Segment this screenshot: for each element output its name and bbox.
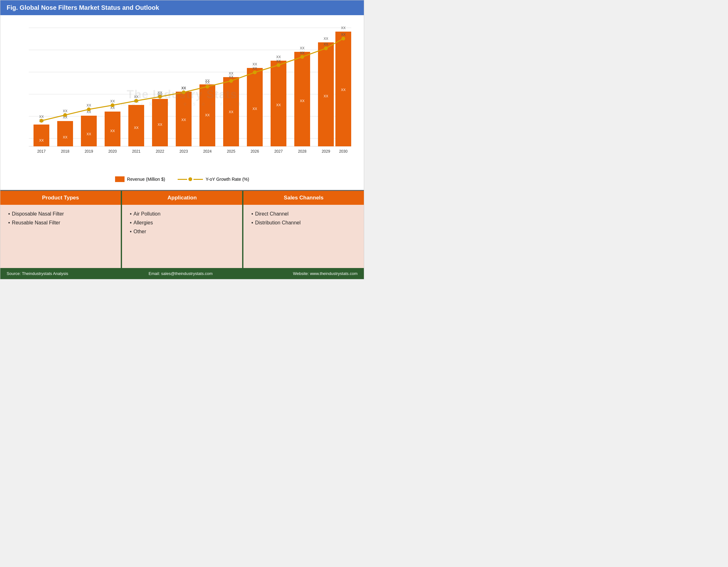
application-list: Air Pollution Allergies Other (130, 211, 235, 235)
svg-text:XX: XX (87, 103, 91, 107)
svg-text:XX: XX (158, 91, 162, 95)
line-dot-2019 (87, 107, 91, 111)
line-dot-2024 (205, 85, 209, 88)
legend-bar-rect (115, 176, 125, 182)
svg-text:2022: 2022 (156, 149, 164, 154)
legend-line-item: Y-oY Growth Rate (%) (178, 177, 249, 182)
svg-text:XX: XX (87, 132, 91, 136)
svg-text:2018: 2018 (61, 149, 70, 154)
list-item: Other (130, 229, 235, 235)
card-application: Application Air Pollution Allergies Othe… (122, 191, 242, 268)
legend-line-right (193, 179, 203, 180)
footer-email: Email: sales@theindustrystats.com (149, 271, 213, 276)
legend-line-left (178, 179, 187, 180)
svg-text:XX: XX (181, 118, 186, 122)
chart-title: Fig. Global Nose Filters Market Status a… (7, 4, 159, 11)
line-dot-2022 (158, 95, 162, 99)
line-dot-2028 (300, 55, 304, 59)
list-item: Allergies (130, 220, 235, 226)
bar-2019 (81, 116, 97, 146)
svg-text:2024: 2024 (203, 149, 212, 154)
svg-text:2019: 2019 (85, 149, 93, 154)
legend-bar-item: Revenue (Million $) (115, 176, 165, 182)
svg-text:XX: XX (205, 113, 210, 117)
svg-text:2023: 2023 (180, 149, 188, 154)
legend-line-container (178, 177, 203, 181)
chart-svg-container: The Industry Stats m a r k e t r e s e a… (10, 21, 354, 173)
svg-text:XX: XX (181, 86, 186, 90)
svg-text:XX: XX (341, 26, 346, 30)
svg-text:XX: XX (39, 115, 44, 119)
line-dot-2018 (63, 113, 67, 117)
svg-text:XX: XX (276, 55, 281, 59)
svg-text:XX: XX (300, 99, 305, 103)
card-product-types-body: Disposable Nasal Filter Reusable Nasal F… (0, 205, 121, 268)
svg-text:XX: XX (253, 62, 257, 66)
svg-text:XX: XX (276, 103, 281, 107)
svg-text:XX: XX (253, 107, 257, 111)
svg-text:2030: 2030 (339, 149, 348, 154)
svg-text:XX: XX (324, 42, 328, 46)
svg-text:XX: XX (229, 75, 234, 79)
svg-text:XX: XX (205, 81, 210, 84)
svg-text:2028: 2028 (298, 149, 307, 154)
card-sales-channels-header: Sales Channels (243, 191, 364, 205)
footer-source: Source: Theindustrystats Analysis (7, 271, 68, 276)
chart-svg: XX XX 2017 XX XX 2018 XX XX 2019 XX XX 2… (10, 21, 354, 173)
svg-text:2027: 2027 (274, 149, 283, 154)
bar-2018 (57, 121, 73, 146)
svg-text:XX: XX (253, 66, 257, 70)
list-item: Disposable Nasal Filter (8, 211, 113, 217)
list-item: Reusable Nasal Filter (8, 220, 113, 226)
line-dot-2017 (40, 119, 43, 123)
svg-text:2029: 2029 (322, 149, 330, 154)
line-dot-2030 (341, 37, 345, 40)
list-item: Distribution Channel (251, 220, 356, 226)
svg-text:XX: XX (110, 99, 115, 103)
legend-bar-label: Revenue (Million $) (127, 177, 165, 182)
card-application-header: Application (122, 191, 242, 205)
card-sales-channels: Sales Channels Direct Channel Distributi… (243, 191, 364, 268)
svg-text:XX: XX (158, 123, 162, 126)
card-product-types: Product Types Disposable Nasal Filter Re… (0, 191, 121, 268)
line-dot-2023 (182, 90, 186, 94)
svg-text:XX: XX (110, 129, 115, 133)
svg-text:XX: XX (300, 51, 305, 55)
card-application-body: Air Pollution Allergies Other (122, 205, 242, 268)
line-dot-2026 (253, 70, 257, 74)
svg-text:XX: XX (63, 135, 68, 139)
svg-text:XX: XX (300, 46, 305, 50)
svg-text:2026: 2026 (251, 149, 259, 154)
card-product-types-header: Product Types (0, 191, 121, 205)
line-dot-2021 (134, 99, 138, 103)
svg-text:2025: 2025 (227, 149, 236, 154)
svg-text:XX: XX (341, 33, 346, 36)
legend-line-dot (188, 177, 192, 181)
chart-area: The Industry Stats m a r k e t r e s e a… (0, 15, 364, 190)
svg-text:XX: XX (341, 88, 346, 92)
cards-section: Product Types Disposable Nasal Filter Re… (0, 190, 364, 268)
svg-text:XX: XX (229, 110, 234, 114)
footer-website: Website: www.theindustrystats.com (293, 271, 358, 276)
svg-text:2020: 2020 (108, 149, 117, 154)
bar-2017 (34, 125, 49, 146)
product-types-list: Disposable Nasal Filter Reusable Nasal F… (8, 211, 113, 226)
svg-text:XX: XX (276, 59, 281, 63)
footer: Source: Theindustrystats Analysis Email:… (0, 268, 364, 279)
svg-text:XX: XX (134, 95, 139, 99)
card-sales-channels-body: Direct Channel Distribution Channel (243, 205, 364, 268)
svg-text:XX: XX (324, 37, 328, 40)
svg-text:2017: 2017 (37, 149, 46, 154)
sales-channels-list: Direct Channel Distribution Channel (251, 211, 356, 226)
list-item: Direct Channel (251, 211, 356, 217)
legend-line-label: Y-oY Growth Rate (%) (205, 177, 249, 182)
line-dot-2020 (111, 103, 114, 107)
chart-legend: Revenue (Million $) Y-oY Growth Rate (%) (10, 173, 354, 187)
svg-text:XX: XX (324, 94, 328, 98)
chart-header: Fig. Global Nose Filters Market Status a… (0, 0, 364, 15)
list-item: Air Pollution (130, 211, 235, 217)
svg-text:2021: 2021 (132, 149, 141, 154)
line-dot-2027 (277, 63, 280, 67)
main-container: Fig. Global Nose Filters Market Status a… (0, 0, 364, 279)
line-dot-2025 (229, 79, 233, 83)
